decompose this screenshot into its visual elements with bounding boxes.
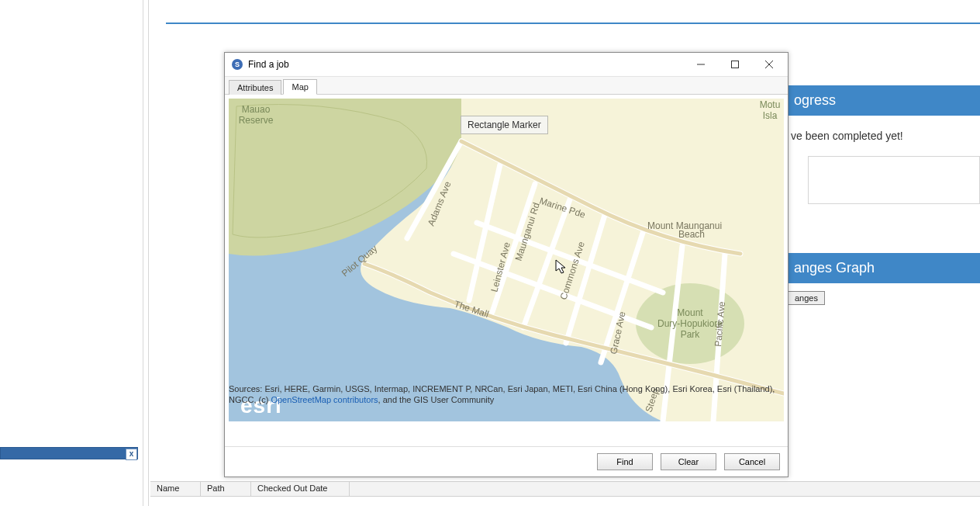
graph-header: anges Graph xyxy=(785,253,980,283)
maximize-icon xyxy=(731,61,739,68)
tab-map[interactable]: Map xyxy=(283,79,316,95)
find-a-job-dialog: S Find a job Attributes Map xyxy=(224,52,788,477)
cancel-button[interactable]: Cancel xyxy=(724,453,780,470)
close-thumb-icon[interactable]: x xyxy=(126,449,137,460)
col-checked-out[interactable]: Checked Out Date xyxy=(251,482,350,496)
tab-attributes[interactable]: Attributes xyxy=(229,80,281,95)
progress-box xyxy=(808,156,980,204)
clear-button[interactable]: Clear xyxy=(661,453,716,470)
app-icon: S xyxy=(231,58,243,71)
osm-link[interactable]: OpenStreetMap contributors xyxy=(271,395,378,404)
col-path[interactable]: Path xyxy=(201,482,251,496)
label-mauao-reserve: MauaoReserve xyxy=(239,104,274,126)
progress-header: ogress xyxy=(785,85,980,116)
dialog-button-bar: Find Clear Cancel xyxy=(225,446,788,477)
graph-panel: anges Graph anges xyxy=(785,253,980,305)
dialog-title: Find a job xyxy=(248,59,684,70)
left-panel-header xyxy=(0,447,138,459)
attr-suffix: , and the GIS User Community xyxy=(378,395,495,404)
rectangle-marker-tooltip: Rectangle Marker xyxy=(461,116,548,134)
tab-bar: Attributes Map xyxy=(225,77,788,95)
table-header-row: Name Path Checked Out Date xyxy=(150,481,980,497)
progress-text: ve been completed yet! xyxy=(785,116,980,151)
svg-text:S: S xyxy=(235,61,240,68)
label-motu: MotuIsla xyxy=(760,99,781,121)
find-button[interactable]: Find xyxy=(597,453,653,470)
minimize-icon xyxy=(697,61,705,68)
map-container: MauaoReserve MotuIsla MountDury-Hopukior… xyxy=(229,99,784,421)
titlebar[interactable]: S Find a job xyxy=(225,53,788,77)
col-name[interactable]: Name xyxy=(150,482,201,496)
close-icon xyxy=(765,61,773,68)
maximize-button[interactable] xyxy=(718,54,752,75)
vertical-splitter[interactable] xyxy=(143,0,149,506)
header-rule xyxy=(166,23,980,24)
svg-rect-3 xyxy=(732,61,739,68)
map-canvas[interactable]: MauaoReserve MotuIsla MountDury-Hopukior… xyxy=(229,99,784,421)
graph-button[interactable]: anges xyxy=(788,291,825,305)
map-attribution: Sources: Esri, HERE, Garmin, USGS, Inter… xyxy=(229,383,784,405)
minimize-button[interactable] xyxy=(684,54,718,75)
close-button[interactable] xyxy=(752,54,786,75)
progress-panel: ogress ve been completed yet! xyxy=(785,85,980,204)
